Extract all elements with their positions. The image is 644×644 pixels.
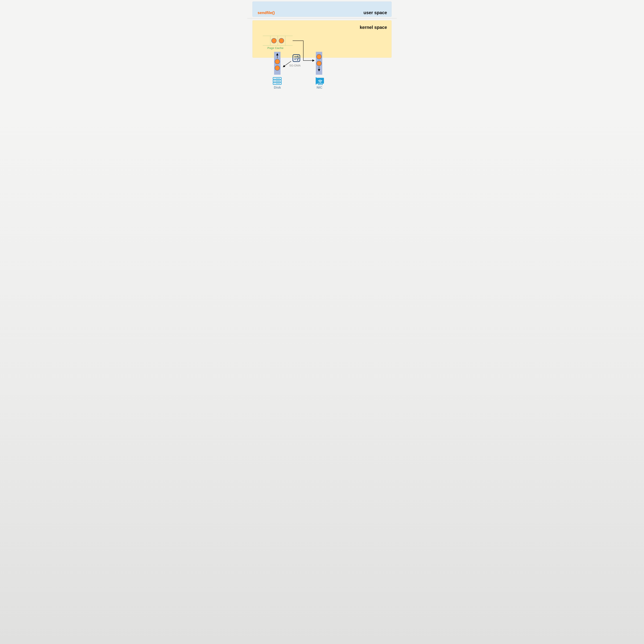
page-cache-dot [271, 38, 277, 43]
svg-rect-17 [318, 84, 319, 85]
user-space-title: user space [363, 10, 387, 15]
nic-buffer-dot [316, 61, 322, 66]
svg-rect-12 [276, 78, 280, 79]
nic-icon [315, 77, 324, 86]
svg-rect-20 [322, 84, 323, 85]
nic-label: NIC [317, 86, 322, 90]
svg-rect-16 [276, 83, 280, 84]
svg-point-6 [298, 58, 299, 59]
svg-point-7 [297, 59, 298, 60]
svg-rect-14 [276, 81, 280, 81]
svg-point-13 [274, 81, 275, 81]
svg-rect-18 [319, 84, 320, 85]
svg-rect-19 [321, 84, 321, 85]
svg-point-5 [297, 56, 298, 57]
svg-point-15 [274, 83, 275, 84]
disk-buffer-dot [275, 59, 280, 64]
disk-buffer-dot [275, 65, 280, 71]
svg-point-25 [321, 83, 321, 83]
disk-label: Disk [274, 86, 281, 90]
nic-buffer-dot [316, 54, 322, 59]
svg-point-23 [319, 83, 319, 83]
svg-point-21 [320, 82, 321, 83]
svg-point-22 [318, 83, 319, 83]
svg-point-26 [322, 83, 322, 83]
page-cache-grid [263, 36, 293, 45]
page-cache-label: Page Cache [267, 46, 283, 50]
sg-dma-label: SG-DMA [289, 64, 301, 67]
chip-icon [292, 54, 300, 62]
diagram-stage: sendfile() user space kernel space Page … [247, 0, 397, 109]
kernel-space-title: kernel space [360, 25, 387, 30]
disk-icon [273, 77, 282, 85]
svg-point-11 [274, 78, 275, 79]
sendfile-label: sendfile() [258, 11, 275, 15]
page-cache-dot [279, 38, 284, 43]
